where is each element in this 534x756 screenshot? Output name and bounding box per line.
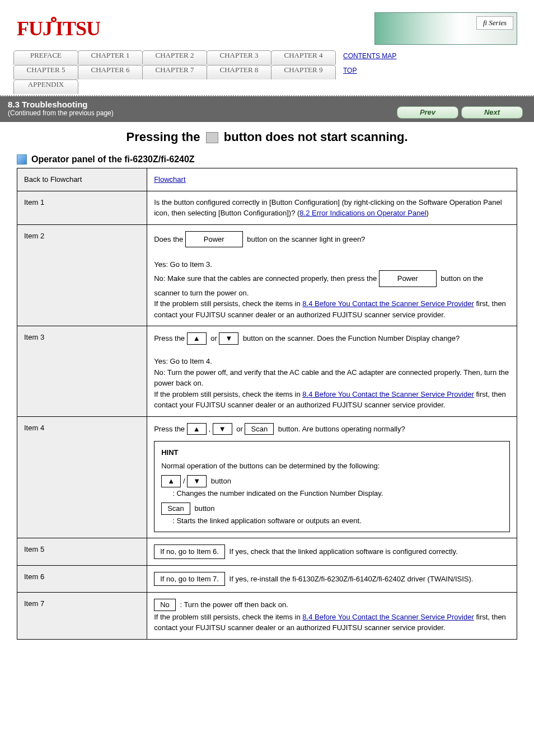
fi-series-badge: fi Series: [374, 12, 517, 45]
subheading: Operator panel of the fi-6230Z/fi-6240Z: [31, 154, 195, 165]
tab-chapter7[interactable]: CHAPTER 7: [142, 65, 207, 79]
tab-chapter2[interactable]: CHAPTER 2: [142, 50, 207, 65]
link-8-2[interactable]: 8.2 Error Indications on Operator Panel: [299, 209, 426, 217]
link-8-4[interactable]: 8.4 Before You Contact the Scanner Servi…: [302, 613, 474, 621]
power-button[interactable]: Power: [379, 270, 437, 287]
row-val: Press the ▲, ▼ or Scan button. Are butto…: [147, 416, 517, 538]
fi-series-label: fi Series: [476, 16, 513, 30]
tab-chapter8[interactable]: CHAPTER 8: [207, 65, 271, 79]
up-button[interactable]: ▲: [187, 332, 207, 345]
row-key: Item 4: [17, 416, 147, 538]
power-button[interactable]: Power: [185, 231, 243, 248]
row-key: Item 5: [17, 538, 147, 566]
goto-item6-button[interactable]: If no, go to Item 6.: [154, 544, 225, 559]
goto-item7-button[interactable]: If no, go to Item 7.: [154, 572, 225, 586]
no-button[interactable]: No: [154, 599, 176, 611]
table-row: Item 5 If no, go to Item 6. If yes, chec…: [17, 538, 517, 566]
down-button[interactable]: ▼: [187, 475, 207, 487]
table-row: Item 4 Press the ▲, ▼ or Scan button. Ar…: [17, 416, 517, 538]
subheading-icon: [17, 154, 27, 165]
table-row: Item 6 If no, go to Item 7. If yes, re-i…: [17, 565, 517, 593]
table-row: Item 1 Is the button configured correctl…: [17, 191, 517, 224]
flowchart-link[interactable]: Flowchart: [154, 175, 185, 184]
tab-chapter6[interactable]: CHAPTER 6: [78, 65, 143, 79]
row-key: Back to Flowchart: [17, 168, 147, 191]
row-val: Press the ▲ or ▼ button on the scanner. …: [147, 326, 517, 417]
row-val: Flowchart: [147, 168, 517, 191]
tab-chapter4[interactable]: CHAPTER 4: [271, 50, 336, 65]
troubleshoot-table: Back to Flowchart Flowchart Item 1 Is th…: [17, 168, 517, 640]
fujitsu-logo: FUJITSU: [17, 17, 100, 40]
row-val: Does the Power button on the scanner lig…: [147, 224, 517, 326]
table-row: Item 7 No : Turn the power off then back…: [17, 593, 517, 640]
prev-button[interactable]: Prev: [397, 106, 458, 119]
up-button[interactable]: ▲: [187, 423, 207, 435]
tab-appendix[interactable]: APPENDIX: [13, 79, 78, 94]
up-button[interactable]: ▲: [161, 475, 181, 487]
down-button[interactable]: ▼: [213, 423, 232, 435]
scan-button[interactable]: Scan: [161, 503, 190, 515]
page-heading: Pressing the button does not start scann…: [17, 130, 517, 144]
link-contents-map[interactable]: CONTENTS MAP: [343, 52, 396, 60]
scan-button-icon: [206, 132, 218, 143]
row-val: Is the button configured correctly in [B…: [147, 191, 517, 224]
section-bar: 8.3 Troubleshooting (Continued from the …: [0, 96, 534, 122]
tab-preface[interactable]: PREFACE: [13, 50, 78, 65]
scan-button[interactable]: Scan: [245, 423, 274, 435]
link-top[interactable]: TOP: [343, 67, 357, 74]
row-key: Item 3: [17, 326, 147, 417]
row-key: Item 7: [17, 593, 147, 640]
row-val: No : Turn the power off then back on. If…: [147, 593, 517, 640]
table-row: Item 3 Press the ▲ or ▼ button on the sc…: [17, 326, 517, 417]
tab-chapter5[interactable]: CHAPTER 5: [13, 65, 78, 79]
row-val: If no, go to Item 7. If yes, re-install …: [147, 565, 517, 593]
next-button[interactable]: Next: [461, 106, 523, 119]
tab-chapter3[interactable]: CHAPTER 3: [207, 50, 271, 65]
tab-chapter9[interactable]: CHAPTER 9: [271, 65, 336, 79]
row-key: Item 2: [17, 224, 147, 326]
tab-chapter1[interactable]: CHAPTER 1: [78, 50, 143, 65]
table-row: Item 2 Does the Power button on the scan…: [17, 224, 517, 326]
link-8-4[interactable]: 8.4 Before You Contact the Scanner Servi…: [302, 299, 474, 308]
row-key: Item 6: [17, 565, 147, 593]
table-row: Back to Flowchart Flowchart: [17, 168, 517, 191]
hint-label: HINT: [161, 447, 503, 458]
row-key: Item 1: [17, 191, 147, 224]
hint-box: HINT Normal operation of the buttons can…: [154, 441, 510, 532]
down-button[interactable]: ▼: [219, 332, 238, 345]
row-val: If no, go to Item 6. If yes, check that …: [147, 538, 517, 566]
link-8-4[interactable]: 8.4 Before You Contact the Scanner Servi…: [302, 390, 474, 398]
